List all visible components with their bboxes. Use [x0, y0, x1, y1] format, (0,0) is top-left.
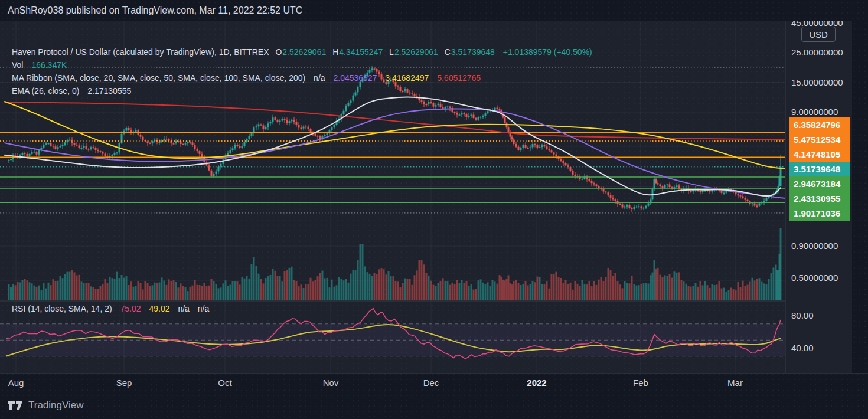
price-axis-label: 15.00000000	[791, 77, 843, 87]
volume-legend: Vol 166.347K	[12, 60, 67, 70]
last-price-badge: 3.51739648	[789, 162, 850, 176]
currency-toggle-button[interactable]: USD	[801, 27, 836, 42]
chart-pane[interactable]: Haven Protocol / US Dollar (calculated b…	[0, 21, 785, 373]
volume-value: 166.347K	[31, 60, 67, 70]
price-scale[interactable]: USD 6.35824796 5.47512534 4.14748105 3.5…	[785, 21, 852, 373]
change-readout: +1.01389579 (+40.50%)	[503, 47, 592, 57]
tradingview-brand-label: TradingView	[28, 400, 84, 411]
time-axis-label: Mar	[727, 378, 743, 388]
tradingview-brand[interactable]: TradingView	[8, 400, 84, 411]
publication-info: AnShRoy038 published on TradingView.com,…	[8, 5, 302, 16]
symbol-legend: Haven Protocol / US Dollar (calculated b…	[12, 47, 592, 57]
price-label-stack: 6.35824796 5.47512534 4.14748105 3.51739…	[789, 117, 850, 221]
price-axis-label: 80.00	[791, 310, 814, 320]
price-axis-label: 45.00000000	[791, 21, 843, 28]
symbol-title: Haven Protocol / US Dollar (calculated b…	[12, 47, 269, 57]
alert-price-badge: 1.90171036	[789, 206, 850, 221]
publication-header: AnShRoy038 published on TradingView.com,…	[0, 0, 868, 21]
tradingview-logo-icon	[8, 401, 23, 410]
tradingview-published-chart: AnShRoy038 published on TradingView.com,…	[0, 0, 868, 419]
ema-legend: EMA (26, close, 0) 2.17130555	[12, 86, 131, 96]
ema-value: 2.17130555	[87, 86, 131, 96]
price-axis-label: 9.00000000	[791, 107, 838, 117]
price-axis-label: 25.00000000	[791, 47, 843, 57]
alert-price-badge: 2.94673184	[789, 176, 850, 191]
time-axis-label: Sep	[116, 378, 132, 388]
alert-price-badge: 2.43130955	[789, 191, 850, 206]
right-margin	[852, 21, 868, 373]
footer: TradingView	[0, 391, 868, 419]
time-axis-label: Dec	[423, 378, 439, 388]
alert-price-badge: 6.35824796	[789, 117, 850, 132]
ma-ribbon-legend: MA Ribbon (SMA, close, 20, SMA, close, 5…	[12, 73, 481, 83]
time-axis-label: Feb	[633, 378, 648, 388]
rsi-legend: RSI (14, close, SMA, 14, 2) 75.02 49.02 …	[12, 304, 209, 313]
time-axis-label: Nov	[323, 378, 339, 388]
time-axis-label: Oct	[218, 378, 231, 388]
price-axis-label: 40.00	[791, 343, 814, 353]
price-axis-label: 0.90000000	[791, 241, 838, 251]
price-axis-label: 0.50000000	[791, 273, 838, 283]
time-axis-label: 2022	[527, 378, 546, 388]
alert-price-badge: 5.47512534	[789, 132, 850, 147]
alert-price-badge: 4.14748105	[789, 147, 850, 162]
time-scale[interactable]: AugSepOctNovDec2022FebMar	[0, 373, 868, 391]
time-axis-label: Aug	[8, 378, 24, 388]
